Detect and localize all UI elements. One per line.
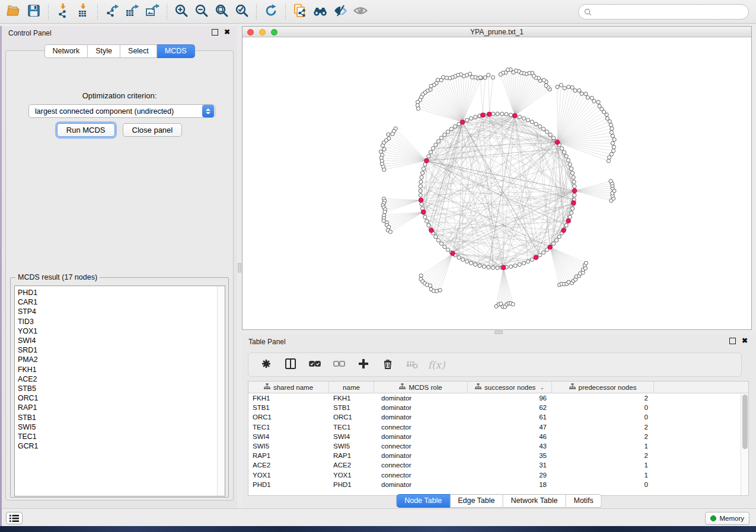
table-toolbar-columns-button[interactable]	[283, 358, 298, 372]
toolbar-separator	[256, 4, 257, 20]
toolbar-button-zoom-selected[interactable]	[232, 2, 252, 21]
toolbar-button-refresh-view[interactable]	[261, 2, 281, 21]
mcds-result-item[interactable]: SWI4	[15, 336, 225, 345]
toolbar-button-eye[interactable]	[350, 2, 371, 21]
mcds-result-item[interactable]: PMA2	[15, 355, 225, 364]
mcds-result-item[interactable]: YOX1	[15, 326, 225, 336]
toolbar-button-zoom-fit[interactable]	[212, 2, 232, 21]
close-panel-icon[interactable]: ✖	[224, 28, 230, 36]
mcds-result-item[interactable]: GCR1	[15, 441, 225, 451]
mcds-list-scrollbar[interactable]	[217, 286, 225, 496]
table-scrollbar-thumb[interactable]	[742, 395, 748, 449]
table-cell: ACE2	[329, 460, 374, 470]
toolbar-button-zoom-out[interactable]	[192, 2, 212, 21]
node-table-body: FKH1FKH1dominator962STB1STB1dominator620…	[248, 393, 748, 489]
table-cell: STB1	[329, 403, 374, 412]
tab-network[interactable]: Network	[44, 44, 88, 58]
float-table-panel-icon[interactable]	[729, 338, 736, 344]
float-panel-icon[interactable]	[212, 29, 218, 36]
table-row[interactable]: FKH1FKH1dominator962	[248, 393, 748, 403]
vertical-splitter-grip[interactable]	[238, 263, 241, 273]
mcds-result-item[interactable]: RAP1	[15, 403, 225, 412]
refresh-view-icon	[263, 3, 279, 20]
mcds-result-item[interactable]: TID3	[15, 317, 225, 326]
table-row[interactable]: TEC1TEC1connector472	[248, 422, 748, 432]
tab-mcds[interactable]: MCDS	[157, 44, 195, 58]
column-header-MCDS-role[interactable]: MCDS role	[374, 382, 468, 393]
zoom-fit-icon	[214, 3, 229, 20]
toolbar-button-binoculars[interactable]	[310, 2, 330, 21]
memory-button[interactable]: Memory	[705, 512, 749, 525]
mcds-result-item[interactable]: FKH1	[15, 365, 225, 374]
horizontal-splitter[interactable]	[242, 330, 756, 335]
toolbar-button-export-table[interactable]	[122, 2, 142, 21]
eye-icon	[353, 3, 368, 20]
table-row[interactable]: YOX1YOX1connector291	[248, 470, 748, 480]
horizontal-splitter-grip[interactable]	[495, 331, 503, 334]
table-scrollbar[interactable]	[741, 393, 748, 495]
tab-motifs[interactable]: Motifs	[566, 494, 601, 508]
table-row[interactable]: ACE2ACE2connector311	[248, 460, 748, 470]
mcds-result-item[interactable]: ACE2	[15, 374, 225, 384]
toolbar-button-export-image[interactable]	[142, 2, 162, 21]
delete-table-icon	[406, 357, 419, 372]
tab-style[interactable]: Style	[88, 44, 120, 58]
table-row[interactable]: ORC1ORC1dominator610	[248, 412, 748, 422]
toolbar-button-zoom-in[interactable]	[171, 2, 192, 21]
mcds-result-item[interactable]: STP4	[15, 307, 225, 316]
column-header-shared-name[interactable]: shared name	[248, 382, 329, 393]
toolbar-button-save-session[interactable]	[24, 2, 44, 21]
optimization-criterion-label: Optimization criterion:	[6, 91, 233, 100]
toolbar-button-clone-network[interactable]	[290, 2, 310, 21]
table-toolbar-gear-button[interactable]	[259, 358, 273, 372]
search-input[interactable]	[592, 8, 748, 16]
column-header-name[interactable]: name	[329, 382, 374, 393]
mcds-result-item[interactable]: TEC1	[15, 432, 225, 441]
table-toolbar-add-button[interactable]	[356, 358, 371, 372]
close-panel-button[interactable]: Close panel	[123, 123, 183, 137]
mcds-result-item[interactable]: SRD1	[15, 345, 225, 355]
table-toolbar: f(x)	[248, 352, 742, 377]
tab-edge-table[interactable]: Edge Table	[450, 494, 503, 508]
mcds-result-item[interactable]: PHD1	[15, 288, 225, 297]
toolbar-button-open-file[interactable]	[4, 2, 24, 21]
tab-node-table[interactable]: Node Table	[396, 494, 450, 508]
mcds-result-list[interactable]: PHD1CAR1STP4TID3YOX1SWI4SRD1PMA2FKH1ACE2…	[14, 286, 225, 496]
tab-network-table[interactable]: Network Table	[503, 494, 566, 508]
table-row[interactable]: SWI5SWI5connector431	[248, 441, 748, 451]
vertical-splitter[interactable]	[237, 26, 242, 508]
table-toolbar-deselect-all-button[interactable]	[332, 358, 346, 372]
mcds-result-item[interactable]: SWI5	[15, 422, 225, 432]
clone-network-icon	[292, 3, 308, 20]
criterion-select[interactable]: largest connected component (undirected)	[28, 104, 215, 118]
search-box[interactable]	[578, 4, 749, 20]
tab-select[interactable]: Select	[120, 44, 157, 58]
table-cell: FKH1	[329, 393, 374, 403]
table-row[interactable]: SWI4SWI4dominator462	[248, 432, 748, 441]
table-cell: SWI4	[248, 432, 329, 441]
status-menu-button[interactable]	[6, 512, 23, 524]
column-header-successor-nodes[interactable]: successor nodes⌄	[468, 382, 552, 393]
toolbar-button-eye-slash[interactable]	[330, 2, 350, 21]
mcds-result-item[interactable]: STB1	[15, 413, 225, 422]
run-mcds-button[interactable]: Run MCDS	[57, 123, 115, 137]
network-window-titlebar[interactable]: YPA_prune.txt_1	[243, 27, 751, 37]
toolbar-separator	[167, 4, 167, 20]
network-canvas[interactable]	[243, 37, 751, 329]
table-row[interactable]: RAP1RAP1dominator352	[248, 451, 748, 460]
table-toolbar-select-all-button[interactable]	[308, 358, 322, 372]
toolbar-button-export-network[interactable]	[102, 2, 122, 21]
toolbar-button-import-table[interactable]	[73, 2, 93, 21]
table-row[interactable]: STB1STB1dominator620	[248, 403, 748, 412]
mcds-result-item[interactable]: ORC1	[15, 393, 225, 403]
table-cell: ORC1	[329, 412, 374, 422]
table-toolbar-trash-button[interactable]	[381, 358, 395, 372]
close-table-panel-icon[interactable]: ✖	[742, 336, 748, 345]
table-cell: 96	[468, 393, 552, 403]
column-header-predecessor-nodes[interactable]: predecessor nodes	[552, 382, 654, 393]
mcds-result-item[interactable]: CAR1	[15, 297, 225, 307]
table-row[interactable]: PHD1PHD1dominator180	[248, 480, 748, 489]
table-cell: RAP1	[248, 451, 329, 460]
mcds-result-item[interactable]: STB5	[15, 384, 225, 393]
toolbar-button-import-network[interactable]	[53, 2, 73, 21]
